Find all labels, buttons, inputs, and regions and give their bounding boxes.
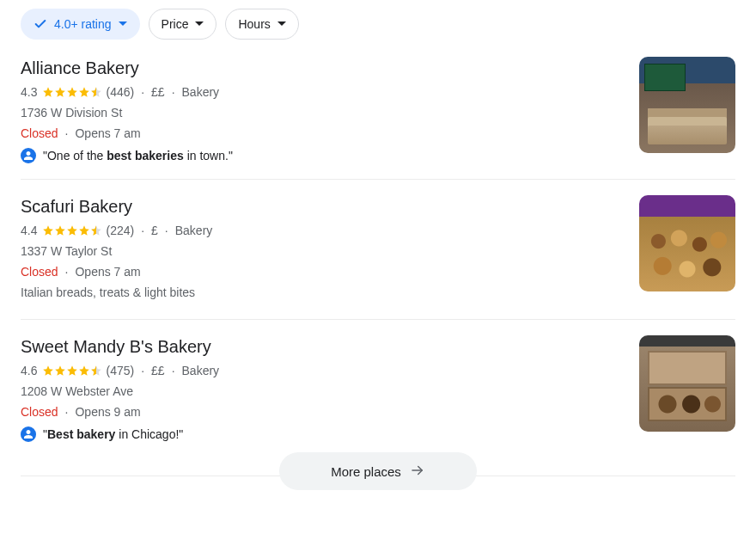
result-address: 1736 W Division St <box>21 103 619 122</box>
filter-chips: 4.0+ rating Price Hours <box>21 9 735 40</box>
star-icon <box>54 224 66 236</box>
more-places-button[interactable]: More places <box>279 452 477 490</box>
rating-value: 4.4 <box>21 221 37 240</box>
category: Bakery <box>175 221 213 240</box>
result-info: Alliance Bakery 4.3 (446) · ££ · Bakery … <box>21 57 619 163</box>
arrow-right-icon <box>410 463 425 481</box>
star-half-icon <box>90 86 102 98</box>
result-address: 1208 W Webster Ave <box>21 382 619 401</box>
star-icon <box>66 224 78 236</box>
result-thumbnail[interactable] <box>639 57 735 153</box>
rating-stars <box>42 224 102 236</box>
opens-time: Opens 9 am <box>75 402 140 421</box>
result-meta-row: 4.3 (446) · ££ · Bakery <box>21 83 619 101</box>
rating-value: 4.6 <box>21 361 37 380</box>
check-icon <box>34 17 47 31</box>
star-icon <box>42 365 54 377</box>
result-hours: Closed · Opens 7 am <box>21 262 619 281</box>
result-item[interactable]: Alliance Bakery 4.3 (446) · ££ · Bakery … <box>21 52 735 179</box>
result-title[interactable]: Scafuri Bakery <box>21 195 619 218</box>
result-address: 1337 W Taylor St <box>21 242 619 261</box>
result-info: Sweet Mandy B's Bakery 4.6 (475) · ££ · … <box>21 335 619 442</box>
price-level: ££ <box>151 83 165 101</box>
avatar-icon <box>21 148 36 163</box>
result-quote: "Best bakery in Chicago!" <box>21 426 619 442</box>
more-places-wrap: More places <box>21 452 735 499</box>
chevron-down-icon <box>195 21 204 27</box>
result-item[interactable]: Scafuri Bakery 4.4 (224) · £ · Bakery 13… <box>21 179 735 319</box>
chevron-down-icon <box>277 21 286 27</box>
results-list: Alliance Bakery 4.3 (446) · ££ · Bakery … <box>21 52 735 457</box>
result-thumbnail[interactable] <box>639 335 735 432</box>
quote-text: "Best bakery in Chicago!" <box>43 427 183 441</box>
star-icon <box>78 224 90 236</box>
filter-rating-chip[interactable]: 4.0+ rating <box>21 9 140 40</box>
price-level: £ <box>151 221 158 240</box>
star-icon <box>66 365 78 377</box>
status-closed: Closed <box>21 402 58 421</box>
category: Bakery <box>182 83 220 101</box>
result-meta-row: 4.6 (475) · ££ · Bakery <box>21 361 619 380</box>
rating-stars <box>42 365 102 377</box>
category: Bakery <box>182 361 220 380</box>
result-meta-row: 4.4 (224) · £ · Bakery <box>21 221 619 240</box>
review-count: (475) <box>106 361 134 380</box>
result-title[interactable]: Alliance Bakery <box>21 57 619 79</box>
status-closed: Closed <box>21 124 58 143</box>
opens-time: Opens 7 am <box>75 124 140 143</box>
result-title[interactable]: Sweet Mandy B's Bakery <box>21 335 619 358</box>
star-icon <box>78 86 90 98</box>
more-places-label: More places <box>331 464 401 479</box>
star-half-icon <box>90 365 102 377</box>
filter-price-label: Price <box>162 17 189 31</box>
result-tagline: Italian breads, treats & light bites <box>21 283 619 302</box>
result-hours: Closed · Opens 9 am <box>21 402 619 421</box>
star-icon <box>42 86 54 98</box>
filter-price-chip[interactable]: Price <box>149 9 217 40</box>
review-count: (446) <box>106 83 134 101</box>
review-count: (224) <box>106 221 134 240</box>
result-hours: Closed · Opens 7 am <box>21 124 619 143</box>
star-half-icon <box>90 224 102 236</box>
result-quote: "One of the best bakeries in town." <box>21 148 619 163</box>
result-info: Scafuri Bakery 4.4 (224) · £ · Bakery 13… <box>21 195 619 304</box>
filter-hours-label: Hours <box>238 17 270 31</box>
star-icon <box>54 86 66 98</box>
quote-text: "One of the best bakeries in town." <box>43 149 233 163</box>
opens-time: Opens 7 am <box>75 262 140 281</box>
status-closed: Closed <box>21 262 58 281</box>
rating-value: 4.3 <box>21 83 37 101</box>
star-icon <box>54 365 66 377</box>
rating-stars <box>42 86 102 98</box>
star-icon <box>42 224 54 236</box>
filter-rating-label: 4.0+ rating <box>54 17 112 31</box>
filter-hours-chip[interactable]: Hours <box>225 9 298 40</box>
avatar-icon <box>21 426 36 442</box>
chevron-down-icon <box>119 21 127 27</box>
result-item[interactable]: Sweet Mandy B's Bakery 4.6 (475) · ££ · … <box>21 319 735 457</box>
result-thumbnail[interactable] <box>639 195 735 291</box>
price-level: ££ <box>151 361 165 380</box>
star-icon <box>78 365 90 377</box>
star-icon <box>66 86 78 98</box>
